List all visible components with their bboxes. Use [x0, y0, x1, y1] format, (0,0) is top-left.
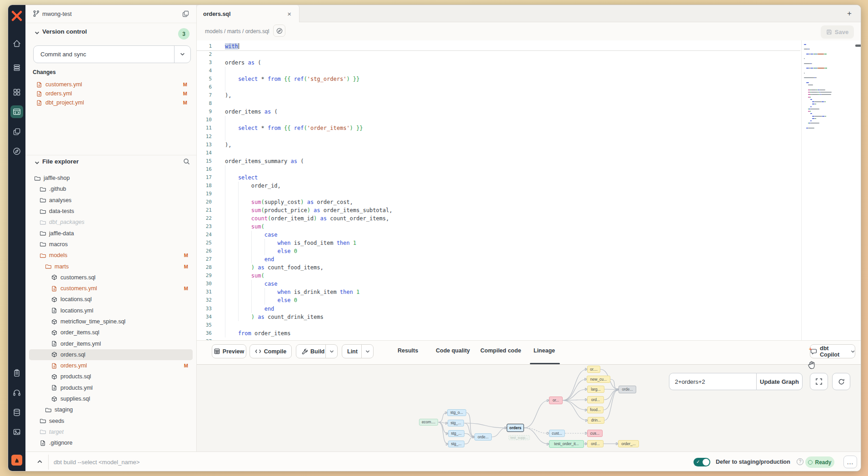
tree-item-staging[interactable]: staging — [25, 404, 196, 415]
build-options-chevron-icon[interactable] — [325, 345, 337, 358]
lineage-node-cus[interactable]: cus... — [587, 430, 603, 437]
tree-item-metricflow_time_spine.sql[interactable]: metricflow_time_spine.sql — [25, 316, 196, 327]
tree-item-macros[interactable]: macros — [25, 239, 196, 250]
project-name[interactable]: mwong-test — [42, 11, 72, 17]
open-in-lineage-icon[interactable] — [273, 25, 285, 37]
lineage-node-food[interactable]: food... — [587, 407, 604, 413]
save-button[interactable]: Save — [821, 25, 854, 39]
changed-file-customers.yml[interactable]: customers.yml M — [25, 80, 196, 89]
tree-item-data-tests[interactable]: data-tests — [25, 206, 196, 217]
lineage-node-test_supp[interactable]: test_supp... — [509, 435, 530, 440]
commit-and-sync-button[interactable]: Commit and sync — [33, 45, 191, 63]
tree-item-.github[interactable]: .github — [25, 183, 196, 194]
tab-results[interactable]: Results — [398, 347, 418, 354]
preview-button[interactable]: Preview — [212, 344, 246, 358]
tree-item-dbt_packages[interactable]: dbt_packages — [25, 217, 196, 228]
dbt-copilot-button[interactable]: + dbt Copilot — [810, 344, 855, 358]
file-explorer-header[interactable]: File explorer — [42, 158, 79, 165]
breadcrumb[interactable]: models / marts / orders.sql — [205, 28, 269, 35]
search-icon[interactable] — [183, 158, 190, 167]
tree-item-analyses[interactable]: analyses — [25, 195, 196, 206]
tab-lineage[interactable]: Lineage — [534, 347, 555, 354]
tree-item-target[interactable]: target — [25, 426, 196, 437]
folder-icon — [40, 429, 46, 435]
sidebar-item-headset[interactable] — [11, 387, 22, 398]
lint-button[interactable]: Lint — [342, 344, 374, 358]
sidebar-item-compass[interactable] — [11, 146, 22, 157]
sidebar-item-layers[interactable] — [11, 62, 22, 73]
tree-item-order_items.sql[interactable]: order_items.sql — [25, 327, 196, 338]
dbt-command-input[interactable] — [54, 456, 372, 468]
info-icon[interactable]: ? — [797, 458, 803, 465]
sidebar-item-home[interactable] — [11, 38, 22, 49]
lint-options-chevron-icon[interactable] — [361, 345, 373, 358]
tree-item-products.yml[interactable]: products.yml — [25, 382, 196, 393]
tree-item-customers.yml[interactable]: customers.ymlM — [25, 283, 196, 294]
update-graph-button[interactable]: Update Graph — [756, 373, 803, 390]
lineage-node-test_order_it[interactable]: test_order_it... — [549, 440, 584, 448]
line-number: 5 — [197, 75, 214, 83]
lineage-node-stg_[interactable]: stg_... — [448, 441, 464, 447]
tree-item-supplies.sql[interactable]: supplies.sql — [25, 393, 196, 404]
tab-orders-sql[interactable]: orders.sql × — [197, 5, 299, 23]
lineage-node-order_[interactable]: order_... — [618, 440, 639, 447]
version-control-header[interactable]: Version control — [42, 28, 87, 35]
duplicate-icon[interactable] — [182, 10, 189, 19]
lineage-node-or[interactable]: or.... — [587, 366, 600, 373]
code-editor[interactable]: 1with23orders as (45select * from {{ ref… — [197, 40, 861, 340]
tree-item-order_items.yml[interactable]: order_items.yml — [25, 338, 196, 349]
scrollbar-thumb[interactable] — [855, 45, 861, 47]
fullscreen-icon[interactable] — [810, 373, 828, 390]
sidebar-item-windows[interactable] — [11, 126, 22, 137]
sidebar-item-grid[interactable] — [11, 87, 22, 98]
expand-panel-chevron-icon[interactable] — [37, 458, 43, 466]
tree-item-models[interactable]: modelsM — [25, 250, 196, 261]
sidebar-item-code-editor[interactable] — [10, 105, 23, 118]
lineage-node-stg_o[interactable]: stg_o... — [447, 409, 466, 416]
code-icon — [255, 349, 261, 354]
refresh-icon[interactable] — [832, 373, 850, 390]
tree-item-customers.sql[interactable]: customers.sql — [25, 272, 196, 283]
tree-item-jaffle-data[interactable]: jaffle-data — [25, 228, 196, 238]
compile-button[interactable]: Compile — [249, 344, 292, 358]
user-avatar[interactable] — [11, 455, 22, 466]
lineage-node-stg_[interactable]: stg_... — [448, 420, 464, 426]
tab-code-quality[interactable]: Code quality — [436, 347, 470, 354]
commit-options-chevron-icon[interactable] — [174, 46, 190, 63]
tree-item-jaffle-shop[interactable]: jaffle-shop — [25, 173, 196, 183]
new-tab-button[interactable]: + — [844, 9, 854, 19]
sidebar-item-clipboard[interactable] — [11, 367, 22, 378]
tree-item-seeds[interactable]: seeds — [25, 416, 196, 426]
lineage-selector-input[interactable] — [669, 373, 756, 390]
lineage-node-orde[interactable]: orde... — [619, 386, 636, 393]
lineage-node-new_cu[interactable]: new_cu... — [587, 376, 610, 383]
lineage-node-ord[interactable]: ord... — [587, 396, 604, 403]
build-button[interactable]: Build — [296, 344, 338, 358]
lineage-node-larg[interactable]: larg... — [587, 386, 604, 393]
tree-item-products.sql[interactable]: products.sql — [25, 371, 196, 382]
more-options-button[interactable]: … — [843, 456, 857, 468]
lineage-node-or[interactable]: or... — [549, 397, 563, 404]
tab-compiled-code[interactable]: Compiled code — [480, 347, 521, 354]
sidebar-item-image[interactable] — [11, 426, 22, 437]
lineage-node-cust[interactable]: cust... — [549, 430, 565, 437]
changed-file-dbt_project.yml[interactable]: dbt_project.yml M — [25, 98, 196, 107]
sidebar-item-database[interactable] — [11, 407, 22, 418]
tree-item-.gitignore[interactable]: .gitignore — [25, 437, 196, 448]
tree-item-locations.yml[interactable]: locations.yml — [25, 305, 196, 316]
tab-close-icon[interactable]: × — [287, 10, 291, 17]
lineage-node-stg_[interactable]: stg_... — [448, 430, 464, 437]
defer-toggle[interactable]: ✓ — [693, 458, 710, 466]
editor-minimap[interactable] — [804, 43, 855, 132]
tree-item-orders.sql[interactable]: orders.sql — [29, 349, 193, 360]
tree-item-locations.sql[interactable]: locations.sql — [25, 294, 196, 305]
changed-file-orders.yml[interactable]: orders.yml M — [25, 89, 196, 98]
tree-item-orders.yml[interactable]: orders.ymlM — [25, 360, 196, 371]
lineage-node-orders[interactable]: orders — [507, 424, 524, 432]
lineage-node-ecom[interactable]: ecom.... — [419, 419, 438, 426]
dbt-logo[interactable] — [11, 10, 22, 21]
lineage-node-ord[interactable]: ord... — [587, 440, 604, 447]
lineage-node-orde[interactable]: orde... — [474, 433, 492, 441]
tree-item-marts[interactable]: martsM — [25, 261, 196, 272]
lineage-node-drin[interactable]: drin... — [588, 417, 604, 424]
